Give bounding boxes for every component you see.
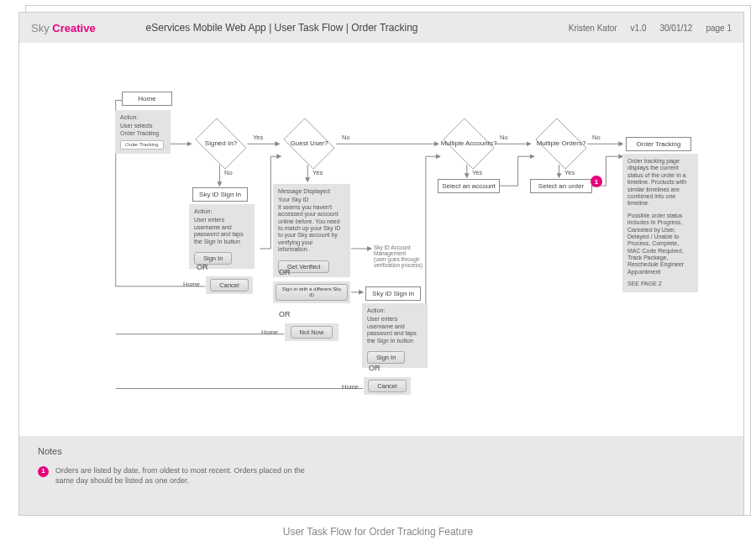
decision-multi-accounts: Multiple Accounts? bbox=[439, 123, 498, 165]
signin-action: Action: User enters username and passwor… bbox=[189, 204, 255, 269]
version: v1.0 bbox=[631, 24, 647, 33]
chip-order-tracking: Order Tracking bbox=[120, 140, 164, 150]
label-home: Home bbox=[342, 383, 359, 391]
page-header: Sky Creative eServices Mobile Web App | … bbox=[19, 13, 743, 43]
label-no: No bbox=[500, 134, 508, 141]
screen-select-order: Select an order bbox=[530, 179, 592, 193]
screen-sky-id-signin: Sky iD Sign in bbox=[192, 187, 248, 202]
label-yes: Yes bbox=[312, 169, 323, 176]
label-or: OR bbox=[197, 263, 208, 271]
home-action: Action: User selects Order Tracking Orde… bbox=[115, 110, 171, 154]
page-number: page 1 bbox=[706, 24, 732, 33]
date: 30/01/12 bbox=[659, 24, 692, 33]
caption: User Task Flow for Order Tracking Featur… bbox=[0, 526, 756, 538]
label-home: Home bbox=[261, 328, 278, 336]
guest-message: Message Displayed: Your Sky iD It seems … bbox=[273, 184, 350, 277]
flow-canvas: Home Action: User selects Order Tracking… bbox=[19, 43, 743, 436]
label-or: OR bbox=[279, 268, 291, 276]
label-home: Home bbox=[183, 281, 200, 288]
button-not-now: Not Now bbox=[291, 326, 333, 339]
notes-section: Notes 1 Orders are listed by date, from … bbox=[19, 436, 743, 516]
decision-guest-user: Guest User? bbox=[280, 123, 339, 165]
order-tracking-desc: Order tracking page displays the current… bbox=[622, 154, 698, 292]
label-no: No bbox=[224, 169, 233, 176]
notes-heading: Notes bbox=[38, 446, 725, 456]
note-badge-icon: 1 bbox=[38, 466, 49, 477]
document-page: Sky Creative eServices Mobile Web App | … bbox=[18, 12, 744, 516]
not-now-box: Not Now bbox=[285, 323, 339, 341]
button-cancel-2: Cancel bbox=[368, 380, 406, 392]
label-or: OR bbox=[279, 310, 291, 318]
screen-select-account: Select an account bbox=[438, 179, 500, 193]
decision-multi-orders: Multiple Orders? bbox=[532, 123, 591, 165]
header-meta: Kristen Kator v1.0 30/01/12 page 1 bbox=[569, 24, 732, 33]
label-yes: Yes bbox=[253, 134, 263, 141]
note-badge-1: 1 bbox=[591, 176, 602, 187]
button-signin-different: Sign in with a different Sky iD bbox=[276, 284, 348, 301]
author: Kristen Kator bbox=[569, 24, 617, 33]
label-yes: Yes bbox=[472, 169, 482, 176]
label-no: No bbox=[342, 134, 350, 141]
label-no: No bbox=[592, 134, 601, 141]
signin2-action: Action: User enters username and passwor… bbox=[362, 303, 428, 368]
button-cancel: Cancel bbox=[210, 279, 248, 292]
screen-order-tracking: Order Tracking bbox=[626, 137, 691, 151]
screen-sky-id-signin-2: Sky iD Sign in bbox=[365, 286, 421, 301]
screen-home: Home bbox=[122, 92, 172, 106]
cancel-box: Cancel bbox=[206, 276, 253, 294]
cancel2-box: Cancel bbox=[364, 377, 411, 395]
label-yes: Yes bbox=[564, 169, 575, 176]
signin-diff-box: Sign in with a different Sky iD bbox=[273, 281, 350, 303]
decision-signed-in: Signed In? bbox=[192, 123, 250, 165]
page-title: eServices Mobile Web App | User Task Flo… bbox=[146, 22, 418, 34]
sky-id-mgmt-note: Sky iD Account Management (user goes thr… bbox=[374, 244, 441, 269]
label-or: OR bbox=[369, 364, 381, 372]
button-sign-in-2: Sign In bbox=[367, 351, 405, 364]
logo: Sky Creative bbox=[31, 22, 96, 34]
note-item-1: 1 Orders are listed by date, from oldest… bbox=[38, 466, 323, 486]
